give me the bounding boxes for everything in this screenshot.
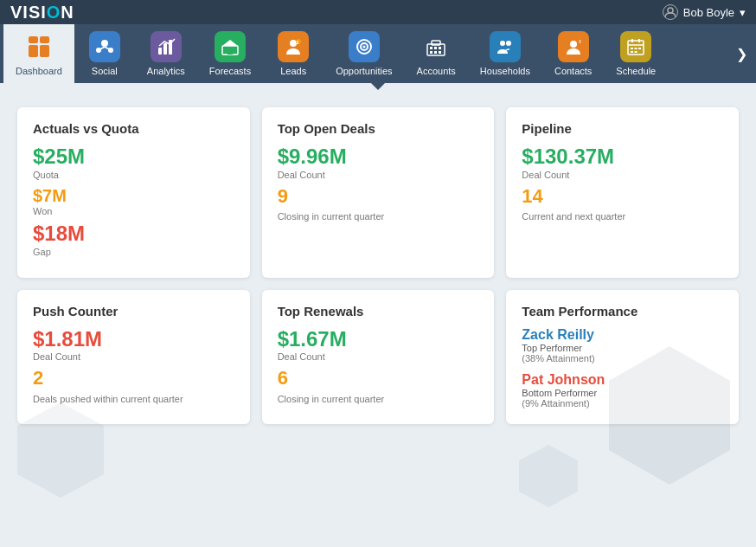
opportunities-icon	[349, 31, 380, 62]
nav-item-contacts[interactable]: Contacts	[542, 24, 604, 83]
bg-hex-decoration	[592, 338, 747, 493]
svg-rect-41	[638, 48, 641, 49]
card-title: Top Renewals	[278, 304, 479, 319]
nav-label-households: Households	[480, 66, 530, 76]
renewals-value: $1.67M	[278, 327, 479, 352]
actuals-quota-label: Quota	[33, 170, 234, 180]
nav-item-accounts[interactable]: Accounts	[405, 24, 468, 83]
nav-item-leads[interactable]: $ Leads	[263, 24, 324, 83]
nav-label-schedule: Schedule	[616, 66, 656, 76]
top-deals-label: Deal Count	[278, 170, 479, 180]
nav-item-dashboard[interactable]: Dashboard	[3, 24, 74, 83]
svg-rect-27	[439, 51, 441, 54]
nav-item-forecasts[interactable]: Forecasts	[197, 24, 263, 83]
svg-rect-22	[430, 47, 432, 49]
svg-rect-11	[163, 43, 167, 55]
renewals-count: 6	[278, 367, 479, 389]
pipeline-label: Deal Count	[522, 170, 723, 180]
top-deals-value: $9.96M	[278, 145, 479, 170]
svg-rect-42	[631, 51, 633, 53]
svg-rect-26	[434, 51, 437, 54]
nav-item-opportunities[interactable]: Opportunities	[324, 24, 404, 83]
svg-point-30	[506, 41, 511, 46]
svg-rect-39	[631, 48, 633, 49]
svg-point-5	[101, 40, 108, 47]
main-nav: Dashboard Social Analytics	[0, 24, 756, 83]
svg-point-29	[500, 41, 505, 46]
nav-label-opportunities: Opportunities	[336, 66, 392, 76]
nav-label-contacts: Contacts	[554, 66, 592, 76]
nav-label-accounts: Accounts	[417, 66, 456, 76]
nav-next-arrow[interactable]: ❯	[731, 24, 753, 83]
card-title: Top Open Deals	[278, 121, 479, 136]
card-actuals-vs-quota: Actuals vs Quota $25M Quota $7M Won $18M…	[17, 107, 250, 278]
renewals-label: Deal Count	[278, 351, 479, 362]
push-label: Deal Count	[33, 351, 234, 362]
main-content: Actuals vs Quota $25M Quota $7M Won $18M…	[0, 83, 756, 511]
actuals-gap-value: $18M	[33, 222, 234, 247]
card-title: Team Performance	[522, 304, 723, 319]
user-menu[interactable]: Bob Boyle ▾	[663, 4, 746, 20]
bg-hex-decoration-mid	[514, 441, 583, 511]
accounts-icon	[420, 31, 452, 62]
card-pipeline: Pipeline $130.37M Deal Count 14 Current …	[506, 107, 739, 278]
user-name: Bob Boyle	[683, 6, 734, 19]
nav-label-leads: Leads	[280, 66, 306, 76]
social-icon	[89, 31, 120, 62]
actuals-won-value: $7M	[33, 185, 234, 206]
actuals-gap-label: Gap	[33, 247, 234, 257]
pipeline-count: 14	[522, 185, 723, 208]
nav-label-analytics: Analytics	[147, 66, 185, 76]
user-dropdown-icon: ▾	[740, 6, 746, 19]
svg-rect-43	[635, 51, 637, 53]
svg-rect-10	[158, 48, 162, 55]
svg-text:$: $	[297, 40, 299, 45]
svg-point-31	[570, 41, 577, 48]
svg-point-0	[668, 8, 673, 13]
card-title: Push Counter	[33, 304, 234, 319]
svg-rect-3	[29, 45, 38, 57]
svg-point-20	[362, 46, 365, 48]
households-icon	[490, 31, 521, 62]
pipeline-value: $130.37M	[522, 145, 723, 170]
pipeline-sub: Current and next quarter	[522, 211, 723, 222]
svg-rect-4	[40, 45, 49, 57]
svg-rect-23	[434, 47, 437, 49]
card-title: Actuals vs Quota	[33, 121, 234, 136]
bg-hex-decoration-left	[9, 398, 112, 502]
nav-label-social: Social	[92, 66, 118, 76]
svg-rect-24	[439, 47, 441, 49]
nav-item-households[interactable]: Households	[468, 24, 542, 83]
nav-label-dashboard: Dashboard	[16, 66, 62, 76]
card-title: Pipeline	[522, 121, 723, 136]
card-top-renewals: Top Renewals $1.67M Deal Count 6 Closing…	[262, 290, 495, 424]
svg-rect-14	[227, 49, 233, 55]
card-top-open-deals: Top Open Deals $9.96M Deal Count 9 Closi…	[262, 107, 495, 278]
svg-rect-21	[427, 44, 445, 55]
svg-rect-28	[432, 41, 440, 45]
leads-icon: $	[278, 31, 309, 62]
top-deals-count: 9	[278, 185, 479, 208]
schedule-icon	[620, 31, 651, 62]
renewals-sub: Closing in current quarter	[278, 394, 479, 404]
app-logo: VISION	[10, 3, 74, 23]
contacts-icon	[558, 31, 589, 62]
actuals-quota-value: $25M	[33, 145, 234, 170]
svg-marker-47	[17, 402, 104, 498]
nav-item-analytics[interactable]: Analytics	[135, 24, 197, 83]
actuals-won-label: Won	[33, 206, 234, 216]
user-avatar-icon	[663, 4, 678, 20]
logo-highlight: O	[47, 3, 61, 22]
svg-rect-2	[40, 36, 49, 43]
nav-item-schedule[interactable]: Schedule	[604, 24, 668, 83]
push-count: 2	[33, 367, 234, 389]
forecasts-icon	[215, 31, 246, 62]
dashboard-icon	[23, 31, 54, 62]
svg-marker-48	[519, 445, 578, 507]
push-value: $1.81M	[33, 327, 234, 352]
svg-rect-40	[635, 48, 637, 49]
svg-rect-1	[29, 36, 38, 43]
nav-item-social[interactable]: Social	[74, 24, 135, 83]
svg-rect-25	[430, 51, 432, 54]
top-deals-sub: Closing in current quarter	[278, 211, 479, 222]
